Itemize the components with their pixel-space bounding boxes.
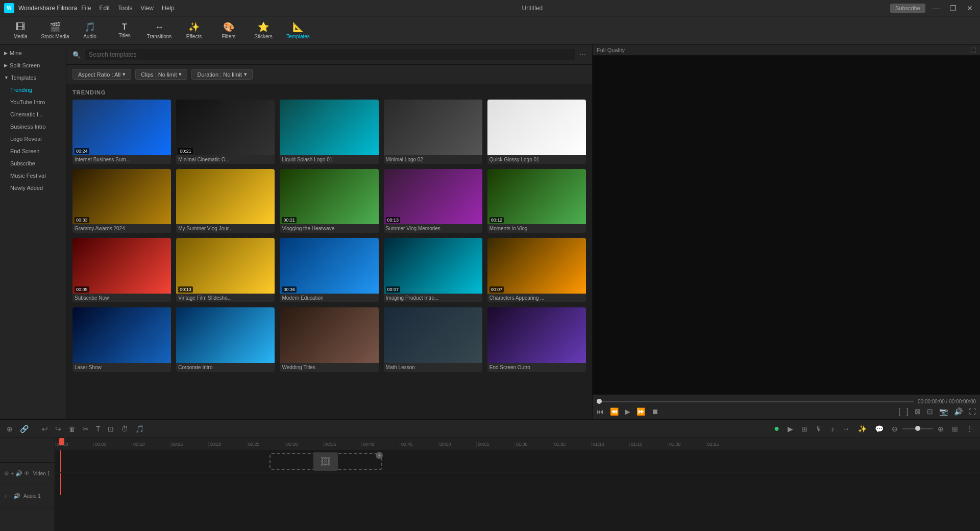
sidebar-item-logo-reveal[interactable]: Logo Reveal bbox=[0, 133, 66, 145]
toolbar-filters[interactable]: 🎨 Filters bbox=[212, 18, 245, 43]
menu-view[interactable]: View bbox=[140, 5, 154, 12]
timeline-link-button[interactable]: 🔗 bbox=[17, 423, 31, 435]
sidebar-item-youtube-intro[interactable]: YouTube Intro bbox=[0, 96, 66, 108]
timeline-add-track-button[interactable]: ⊕ bbox=[4, 423, 15, 435]
zoom-out-button[interactable]: ⊖ bbox=[889, 423, 900, 435]
close-button[interactable]: ✕ bbox=[964, 3, 976, 13]
snap-button[interactable]: ⊞ bbox=[799, 423, 810, 435]
sidebar-split-screen-header[interactable]: ▶ Split Screen bbox=[0, 59, 66, 71]
toolbar-titles[interactable]: T Titles bbox=[108, 18, 141, 43]
template-card-15[interactable]: 00:07 Characters Appearing ... bbox=[487, 238, 586, 302]
rewind-button[interactable]: ⏮ bbox=[597, 407, 604, 416]
template-card-19[interactable]: Math Lesson bbox=[384, 307, 482, 372]
toolbar-transitions[interactable]: ↔ Transitions bbox=[143, 18, 176, 43]
template-card-2[interactable]: 00:21 Minimal Cinematic O... bbox=[176, 100, 275, 164]
sidebar-item-newly-added[interactable]: Newly Added bbox=[0, 182, 66, 194]
menu-help[interactable]: Help bbox=[162, 5, 175, 12]
timeline-cut-button[interactable]: ✂ bbox=[80, 423, 91, 435]
template-card-7[interactable]: My Summer Vlog Jour... bbox=[176, 169, 275, 233]
grid-view-button[interactable]: ⊞ bbox=[949, 423, 961, 435]
volume-button[interactable]: 🔊 bbox=[954, 407, 963, 416]
fullscreen-button[interactable]: ⛶ bbox=[969, 407, 976, 416]
timeline-delete-button[interactable]: 🗑 bbox=[66, 423, 78, 435]
template-card-13[interactable]: 00:36 Modern Education bbox=[280, 238, 378, 302]
drop-zone[interactable]: 🖼 + bbox=[270, 453, 382, 470]
mark-in-button[interactable]: [ bbox=[898, 407, 900, 416]
timeline-thumb[interactable] bbox=[597, 399, 602, 404]
split-button[interactable]: ⊠ bbox=[915, 407, 921, 416]
menu-tools[interactable]: Tools bbox=[118, 5, 132, 12]
template-card-5[interactable]: Quick Glossy Logo 01 bbox=[487, 100, 586, 164]
timeline-crop-button[interactable]: ⊡ bbox=[105, 423, 116, 435]
sidebar-item-trending[interactable]: Trending bbox=[0, 84, 66, 96]
template-card-8[interactable]: 00:21 Vlogging the Heatwave bbox=[280, 169, 378, 233]
clips-filter[interactable]: Clips : No limit ▾ bbox=[135, 69, 187, 80]
restore-button[interactable]: ❐ bbox=[947, 3, 960, 13]
video1-track-lane[interactable]: 🖼 + Drag and drop media and effects here… bbox=[55, 450, 980, 473]
sidebar-templates-header[interactable]: ▼ Templates bbox=[0, 71, 66, 84]
effects2-button[interactable]: ✨ bbox=[855, 423, 869, 435]
toolbar-audio[interactable]: 🎵 Audio bbox=[74, 18, 106, 43]
menu-file[interactable]: File bbox=[81, 5, 91, 12]
toolbar-media[interactable]: 🎞 Media bbox=[4, 18, 37, 43]
template-card-16[interactable]: Laser Show bbox=[72, 307, 171, 372]
more-button[interactable]: ⋮ bbox=[964, 423, 976, 435]
template-card-18[interactable]: Wedding Titles bbox=[280, 307, 378, 372]
toolbar-stickers[interactable]: ⭐ Stickers bbox=[247, 18, 280, 43]
play-button[interactable]: ▶ bbox=[625, 407, 630, 416]
sidebar-mine-header[interactable]: ▶ Mine bbox=[0, 47, 66, 59]
video1-settings-icon[interactable]: ⚙ bbox=[4, 470, 9, 477]
timeline-audio-button[interactable]: 🎵 bbox=[133, 423, 146, 435]
render-button[interactable]: ▶ bbox=[785, 423, 796, 435]
duration-filter[interactable]: Duration : No limit ▾ bbox=[191, 69, 252, 80]
zoom-in-button[interactable]: ⊕ bbox=[935, 423, 946, 435]
sidebar-item-cinematic[interactable]: Cinematic I... bbox=[0, 108, 66, 120]
template-card-3[interactable]: Liquid Splash Logo 01 bbox=[280, 100, 378, 164]
step-forward-button[interactable]: ⏩ bbox=[636, 407, 645, 416]
template-card-20[interactable]: End Screen Outro bbox=[487, 307, 586, 372]
zoom-slider[interactable] bbox=[902, 428, 933, 429]
subtitle-button[interactable]: 💬 bbox=[872, 423, 886, 435]
step-back-button[interactable]: ⏪ bbox=[610, 407, 619, 416]
transitions2-button[interactable]: ↔ bbox=[840, 423, 852, 435]
mark-out-button[interactable]: ] bbox=[906, 407, 909, 416]
subscribe-button[interactable]: Subscribe bbox=[890, 4, 925, 13]
toolbar-templates[interactable]: 📐 Templates bbox=[282, 18, 314, 43]
template-card-11[interactable]: 00:05 Subscribe Now bbox=[72, 238, 171, 302]
video1-eye-icon[interactable]: 👁 bbox=[24, 470, 30, 477]
template-card-9[interactable]: 00:13 Summer Vlog Memories bbox=[384, 169, 482, 233]
sidebar-item-music-festival[interactable]: Music Festival bbox=[0, 170, 66, 182]
sidebar-item-subscribe[interactable]: Subscribe bbox=[0, 157, 66, 170]
template-card-4[interactable]: Minimal Logo 02 bbox=[384, 100, 482, 164]
snapshot-button[interactable]: 📷 bbox=[939, 407, 948, 416]
more-options-icon[interactable]: ··· bbox=[579, 50, 586, 59]
expand-icon[interactable]: ⛶ bbox=[970, 47, 976, 53]
video1-add-icon[interactable]: + bbox=[11, 470, 14, 477]
timeline-undo-button[interactable]: ↩ bbox=[39, 423, 51, 435]
menu-edit[interactable]: Edit bbox=[100, 5, 110, 12]
crop-button[interactable]: ⊡ bbox=[927, 407, 933, 416]
aspect-ratio-filter[interactable]: Aspect Ratio : All ▾ bbox=[72, 69, 131, 80]
timeline-redo-button[interactable]: ↪ bbox=[53, 423, 64, 435]
audio1-add-icon[interactable]: + bbox=[9, 493, 12, 499]
timeline-text-button[interactable]: T bbox=[93, 423, 103, 435]
template-card-12[interactable]: 00:13 Vintage Film Slidesho... bbox=[176, 238, 275, 302]
template-card-1[interactable]: 00:24 Internet Business Sum... bbox=[72, 100, 171, 164]
sidebar-item-end-screen[interactable]: End Screen bbox=[0, 145, 66, 157]
player-timeline-bar[interactable] bbox=[597, 401, 914, 402]
template-card-17[interactable]: Corporate Intro bbox=[176, 307, 275, 372]
mic-button[interactable]: 🎙 bbox=[813, 423, 825, 435]
audio1-mute-icon[interactable]: 🔊 bbox=[13, 493, 20, 499]
toolbar-stock-media[interactable]: 🎬 Stock Media bbox=[39, 18, 71, 43]
template-card-10[interactable]: 00:12 Moments in Vlog bbox=[487, 169, 586, 233]
sidebar-item-business-intro[interactable]: Business Intro bbox=[0, 120, 66, 133]
stop-button[interactable]: ⏹ bbox=[651, 407, 658, 416]
search-input[interactable] bbox=[85, 49, 575, 60]
audio1-track-lane[interactable] bbox=[55, 473, 980, 495]
toolbar-effects[interactable]: ✨ Effects bbox=[178, 18, 210, 43]
template-card-14[interactable]: 00:07 Imaging Product Intro... bbox=[384, 238, 482, 302]
template-card-6[interactable]: 00:33 Grammy Awards 2024 bbox=[72, 169, 171, 233]
music-button[interactable]: ♪ bbox=[828, 423, 837, 435]
minimize-button[interactable]: — bbox=[929, 3, 943, 13]
timeline-speed-button[interactable]: ⏱ bbox=[118, 423, 131, 435]
